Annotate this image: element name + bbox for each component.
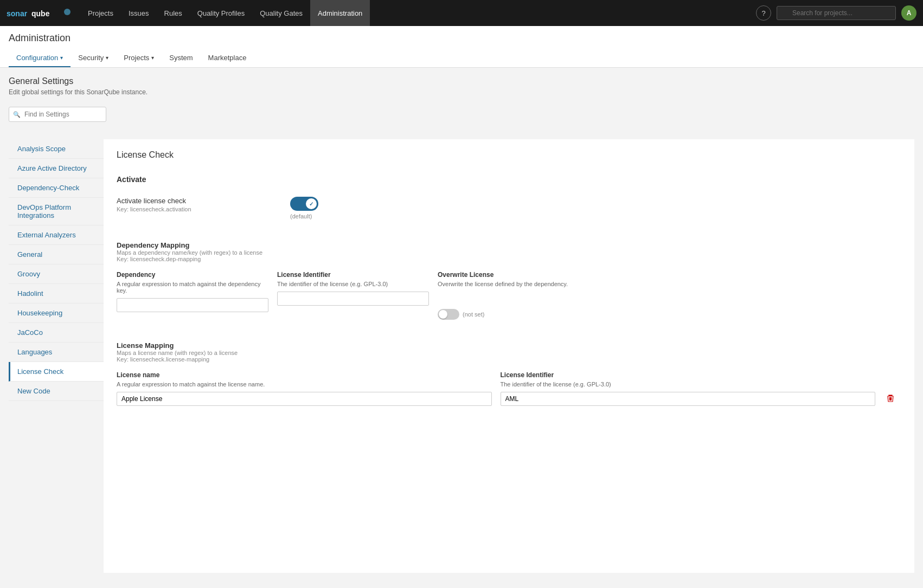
license-identifier-mapping-column: License Identifier The identifier of the…	[501, 371, 876, 406]
sidebar-item-analysis-scope[interactable]: Analysis Scope	[9, 139, 104, 159]
sidebar-item-azure-active-directory[interactable]: Azure Active Directory	[9, 159, 104, 178]
top-navigation: sonar qube Projects Issues Rules Quality…	[0, 0, 923, 26]
license-id-mapping-col-desc: The identifier of the license (e.g. GPL-…	[501, 381, 876, 387]
dep-map-title: Dependency Mapping	[117, 241, 901, 249]
license-name-col-desc: A regular expression to match against th…	[117, 381, 492, 387]
activate-toggle[interactable]: ✓	[290, 197, 318, 211]
nav-quality-profiles[interactable]: Quality Profiles	[190, 0, 252, 26]
sidebar-item-jacoco[interactable]: JaCoCo	[9, 323, 104, 343]
dep-map-header: Dependency Mapping Maps a dependency nam…	[117, 241, 901, 262]
svg-point-2	[64, 9, 70, 15]
nav-quality-gates[interactable]: Quality Gates	[252, 0, 310, 26]
sub-nav-configuration[interactable]: Configuration ▾	[9, 49, 70, 67]
license-identifier-input[interactable]	[277, 292, 429, 306]
overwrite-toggle-cell: (not set)	[438, 292, 901, 320]
dependency-input[interactable]	[117, 298, 268, 312]
sub-nav-projects[interactable]: Projects ▾	[116, 49, 162, 67]
sidebar: Analysis Scope Azure Active Directory De…	[9, 139, 104, 573]
license-id-mapping-input[interactable]	[501, 392, 876, 406]
content-title: License Check	[117, 150, 901, 164]
license-map-grid: License name A regular expression to mat…	[117, 371, 901, 406]
activate-label: Activate license check	[117, 197, 290, 205]
toggle-knob: ✓	[306, 198, 317, 209]
page-title: Administration	[9, 33, 914, 44]
overwrite-col-header: Overwrite License	[438, 271, 901, 279]
chevron-down-icon: ▾	[151, 55, 154, 61]
sidebar-item-devops-platform[interactable]: DevOps Platform Integrations	[9, 198, 104, 225]
small-toggle-knob	[439, 310, 447, 319]
sidebar-item-dependency-check[interactable]: Dependency-Check	[9, 178, 104, 198]
sidebar-item-license-check[interactable]: License Check	[9, 362, 104, 382]
license-name-col-header: License name	[117, 371, 492, 379]
nav-rules[interactable]: Rules	[157, 0, 190, 26]
dependency-col-header: Dependency	[117, 271, 268, 279]
find-settings-wrapper: 🔍	[9, 107, 106, 122]
activate-group-title: Activate	[117, 175, 901, 188]
search-input[interactable]	[777, 6, 896, 20]
sidebar-item-groovy[interactable]: Groovy	[9, 264, 104, 284]
sidebar-item-external-analyzers[interactable]: External Analyzers	[9, 225, 104, 245]
license-identifier-col-desc: The identifier of the license (e.g. GPL-…	[277, 281, 429, 287]
dependency-mapping-group: Dependency Mapping Maps a dependency nam…	[117, 241, 901, 320]
content-wrapper: Analysis Scope Azure Active Directory De…	[0, 131, 923, 581]
license-map-header: License Mapping Maps a license name (wit…	[117, 341, 901, 363]
sub-nav-security[interactable]: Security ▾	[70, 49, 116, 67]
sub-nav-system[interactable]: System	[162, 49, 200, 67]
dep-map-key: Key: licensecheck.dep-mapping	[117, 256, 901, 262]
activate-key: Key: licensecheck.activation	[117, 206, 290, 212]
chevron-down-icon: ▾	[60, 55, 63, 61]
settings-search-area: 🔍	[0, 102, 923, 131]
overwrite-license-column: Overwrite License Overwrite the license …	[438, 271, 901, 320]
help-button[interactable]: ?	[756, 5, 771, 21]
dep-map-grid: Dependency A regular expression to match…	[117, 271, 901, 320]
sub-navigation: Configuration ▾ Security ▾ Projects ▾ Sy…	[9, 49, 914, 67]
activate-toggle-wrapper: ✓ (default)	[290, 197, 901, 219]
dependency-column: Dependency A regular expression to match…	[117, 271, 268, 320]
license-name-column: License name A regular expression to mat…	[117, 371, 492, 406]
delete-license-mapping-button[interactable]	[884, 392, 897, 405]
trash-icon	[886, 394, 895, 403]
nav-items: Projects Issues Rules Quality Profiles Q…	[80, 0, 756, 26]
nav-administration[interactable]: Administration	[310, 0, 370, 26]
logo[interactable]: sonar qube	[7, 5, 72, 21]
nav-right: ? 🔍 A	[756, 5, 916, 21]
sidebar-item-hadolint[interactable]: Hadolint	[9, 284, 104, 303]
delete-cell	[884, 392, 901, 406]
nav-issues[interactable]: Issues	[121, 0, 157, 26]
general-settings-title: General Settings	[9, 76, 914, 86]
license-map-title: License Mapping	[117, 341, 901, 350]
avatar[interactable]: A	[901, 5, 916, 21]
sidebar-item-housekeeping[interactable]: Housekeeping	[9, 303, 104, 323]
activate-label-area: Activate license check Key: licensecheck…	[117, 197, 290, 212]
sidebar-item-general[interactable]: General	[9, 245, 104, 264]
toggle-default-label: (default)	[290, 213, 312, 219]
license-identifier-column: License Identifier The identifier of the…	[277, 271, 429, 320]
license-name-input[interactable]	[117, 392, 492, 406]
overwrite-col-desc: Overwrite the license defined by the dep…	[438, 281, 901, 287]
svg-text:sonar: sonar	[7, 9, 28, 18]
not-set-label: (not set)	[463, 311, 484, 318]
sidebar-item-languages[interactable]: Languages	[9, 343, 104, 362]
activate-group: Activate Activate license check Key: lic…	[117, 175, 901, 219]
search-wrapper: 🔍	[777, 6, 896, 20]
license-id-mapping-col-header: License Identifier	[501, 371, 876, 379]
overwrite-toggle[interactable]	[438, 309, 459, 320]
general-settings-subtitle: Edit global settings for this SonarQube …	[9, 88, 914, 96]
general-settings-header: General Settings Edit global settings fo…	[0, 68, 923, 102]
chevron-down-icon: ▾	[106, 55, 108, 61]
sidebar-item-new-code[interactable]: New Code	[9, 382, 104, 401]
license-mapping-group: License Mapping Maps a license name (wit…	[117, 341, 901, 406]
find-settings-input[interactable]	[9, 107, 106, 122]
svg-rect-3	[889, 395, 892, 396]
dep-map-desc: Maps a dependency name/key (with regex) …	[117, 249, 901, 256]
license-identifier-col-header: License Identifier	[277, 271, 429, 279]
activate-setting-row: Activate license check Key: licensecheck…	[117, 197, 901, 219]
nav-projects[interactable]: Projects	[80, 0, 121, 26]
activate-control: ✓ (default)	[290, 197, 901, 219]
main-content: License Check Activate Activate license …	[104, 139, 914, 573]
dependency-col-desc: A regular expression to match against th…	[117, 281, 268, 294]
svg-text:qube: qube	[31, 9, 50, 18]
sub-nav-marketplace[interactable]: Marketplace	[201, 49, 254, 67]
license-map-desc: Maps a license name (with regex) to a li…	[117, 350, 901, 356]
checkmark-icon: ✓	[309, 201, 313, 207]
